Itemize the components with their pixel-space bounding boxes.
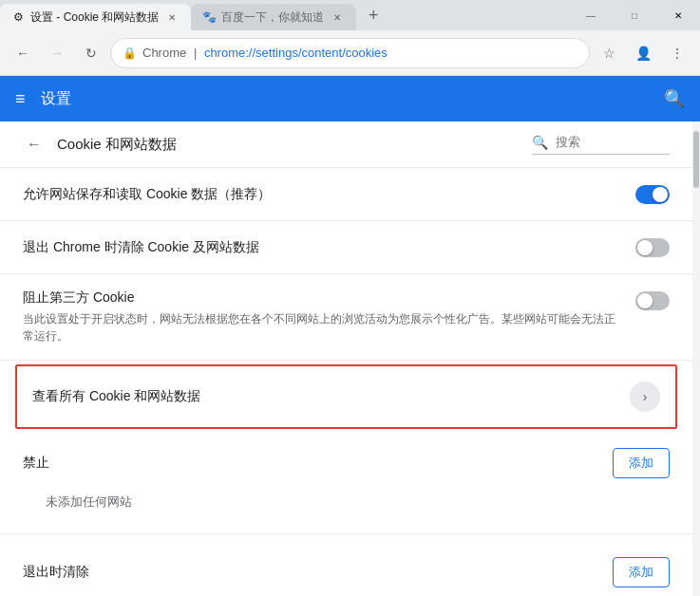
toggle-thumb — [637, 293, 653, 308]
tab-settings-label: 设置 - Cookie 和网站数据 — [30, 9, 159, 26]
search-box-icon: 🔍 — [532, 135, 548, 150]
blocked-empty-text: 未添加任何网站 — [0, 486, 692, 526]
content-header: ← Cookie 和网站数据 🔍 — [0, 121, 692, 168]
main-content: ← Cookie 和网站数据 🔍 允许网站保存和读取 Cookie 数据（推荐）… — [0, 121, 692, 596]
url-text: Chrome | chrome://settings/content/cooki… — [142, 46, 577, 60]
scrollbar-thumb — [693, 131, 699, 188]
section-divider — [0, 533, 692, 534]
block-third-party-toggle[interactable] — [635, 291, 670, 310]
content-page-title: Cookie 和网站数据 — [57, 136, 177, 154]
forward-button[interactable]: → — [42, 38, 72, 68]
toggle-thumb — [637, 240, 653, 255]
menu-button[interactable]: ⋮ — [662, 38, 692, 68]
search-input[interactable] — [556, 135, 670, 149]
clear-on-exit-row: 退出 Chrome 时清除 Cookie 及网站数据 — [0, 221, 692, 274]
url-chrome-label: Chrome — [142, 46, 186, 60]
allow-cookies-row: 允许网站保存和读取 Cookie 数据（推荐） — [0, 168, 692, 221]
clear-on-exit-section-title: 退出时清除 — [23, 564, 89, 581]
clear-on-exit-section-header: 退出时清除 添加 — [0, 542, 692, 595]
allow-cookies-label: 允许网站保存和读取 Cookie 数据（推荐） — [23, 186, 635, 203]
url-bar[interactable]: 🔒 Chrome | chrome://settings/content/coo… — [110, 38, 590, 68]
chrome-settings-header: ≡ 设置 🔍 — [0, 76, 700, 121]
addressbar: ← → ↻ 🔒 Chrome | chrome://settings/conte… — [0, 30, 700, 76]
settings-favicon: ⚙ — [11, 10, 25, 24]
window-controls: — □ ✕ — [569, 0, 700, 30]
block-third-party-label: 阻止第三方 Cookie — [23, 289, 620, 307]
tab-settings-close[interactable]: ✕ — [164, 9, 180, 25]
block-third-party-desc: 当此设置处于开启状态时，网站无法根据您在各个不同网站上的浏览活动为您展示个性化广… — [23, 310, 620, 345]
allow-cookies-toggle[interactable] — [635, 185, 670, 204]
view-all-cookies-label: 查看所有 Cookie 和网站数据 — [32, 388, 630, 405]
block-third-party-row: 阻止第三方 Cookie 当此设置处于开启状态时，网站无法根据您在各个不同网站上… — [0, 274, 692, 361]
content-area: ← Cookie 和网站数据 🔍 允许网站保存和读取 Cookie 数据（推荐）… — [0, 121, 700, 596]
maximize-button[interactable]: □ — [613, 0, 656, 30]
minimize-button[interactable]: — — [569, 0, 613, 30]
header-search-icon[interactable]: 🔍 — [664, 88, 685, 109]
close-button[interactable]: ✕ — [656, 0, 700, 30]
back-button[interactable]: ← — [8, 38, 38, 68]
secure-icon: 🔒 — [123, 47, 137, 60]
tab-baidu[interactable]: 🐾 百度一下，你就知道 ✕ — [191, 4, 356, 30]
clear-on-exit-add-button[interactable]: 添加 — [613, 557, 670, 587]
toggle-thumb — [653, 187, 668, 202]
blocked-section-header: 禁止 添加 — [0, 433, 692, 486]
settings-page-title: 设置 — [41, 89, 71, 109]
blocked-title: 禁止 — [23, 455, 49, 472]
view-all-cookies-arrow[interactable]: › — [630, 382, 660, 412]
reload-button[interactable]: ↻ — [76, 38, 106, 68]
search-box: 🔍 — [532, 135, 670, 155]
url-separator: | — [194, 46, 197, 60]
hamburger-icon[interactable]: ≡ — [15, 89, 26, 109]
tab-settings[interactable]: ⚙ 设置 - Cookie 和网站数据 ✕ — [0, 4, 191, 30]
titlebar: ⚙ 设置 - Cookie 和网站数据 ✕ 🐾 百度一下，你就知道 ✕ + — … — [0, 0, 700, 30]
new-tab-button[interactable]: + — [360, 2, 387, 28]
account-button[interactable]: 👤 — [628, 38, 658, 68]
url-path: chrome://settings/content/cookies — [204, 46, 388, 60]
clear-on-exit-label: 退出 Chrome 时清除 Cookie 及网站数据 — [23, 239, 635, 256]
content-back-button[interactable]: ← — [23, 133, 46, 156]
clear-on-exit-toggle[interactable] — [635, 238, 670, 257]
tab-baidu-close[interactable]: ✕ — [330, 9, 345, 25]
blocked-add-button[interactable]: 添加 — [613, 448, 670, 478]
tab-baidu-label: 百度一下，你就知道 — [221, 9, 324, 26]
scrollbar[interactable] — [692, 121, 700, 596]
baidu-favicon: 🐾 — [202, 10, 216, 24]
view-all-cookies-row[interactable]: 查看所有 Cookie 和网站数据 › — [15, 364, 677, 429]
bookmark-button[interactable]: ☆ — [594, 38, 624, 68]
